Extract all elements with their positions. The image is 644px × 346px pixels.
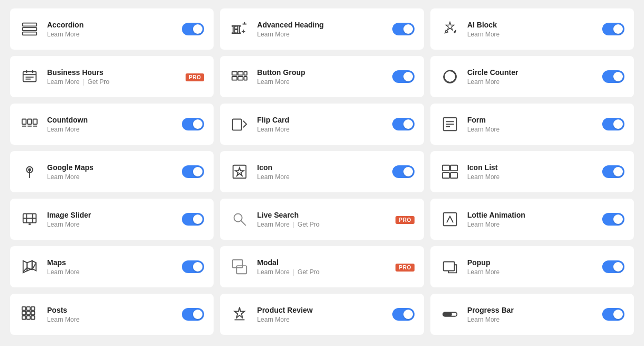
lottie-animation-title: Lottie Animation: [467, 211, 595, 219]
svg-rect-63: [443, 312, 452, 316]
form-learn-more-link[interactable]: Learn More: [467, 126, 500, 133]
google-maps-icon: [20, 162, 40, 182]
advanced-heading-toggle[interactable]: [392, 23, 415, 35]
popup-meta: Learn More: [467, 268, 595, 276]
ai-block-learn-more-link[interactable]: Learn More: [467, 31, 500, 38]
icon-meta: Learn More: [257, 173, 384, 181]
popup-toggle[interactable]: [602, 260, 624, 273]
image-slider-toggle-slider: [182, 213, 204, 226]
countdown-learn-more-link[interactable]: Learn More: [47, 126, 79, 133]
circle-counter-toggle[interactable]: [602, 70, 624, 83]
posts-learn-more-link[interactable]: Learn More: [47, 316, 79, 323]
modal-get-pro-link[interactable]: Get Pro: [298, 268, 319, 276]
svg-rect-21: [27, 119, 32, 124]
form-title: Form: [467, 116, 595, 124]
svg-rect-59: [26, 316, 30, 320]
advanced-heading-icon: H +: [229, 19, 250, 39]
svg-point-32: [29, 169, 31, 171]
circle-counter-toggle-wrap: [602, 70, 624, 83]
maps-learn-more-link[interactable]: Learn More: [47, 268, 79, 276]
google-maps-toggle[interactable]: [182, 165, 204, 178]
card-live-search: Live SearchLearn More|Get ProPRO: [220, 199, 424, 240]
lottie-animation-toggle-wrap: [602, 213, 624, 226]
advanced-heading-title: Advanced Heading: [257, 21, 384, 29]
business-hours-meta: Learn More|Get Pro: [47, 78, 178, 86]
live-search-separator: |: [293, 221, 295, 228]
image-slider-info: Image SliderLearn More: [47, 211, 174, 228]
accordion-meta: Learn More: [47, 31, 174, 38]
icon-list-learn-more-link[interactable]: Learn More: [467, 173, 500, 181]
icon-toggle[interactable]: [392, 165, 415, 178]
ai-block-toggle[interactable]: [602, 23, 624, 35]
live-search-get-pro-link[interactable]: Get Pro: [298, 221, 319, 228]
circle-counter-toggle-slider: [602, 70, 624, 83]
button-group-info: Button GroupLearn More: [257, 68, 384, 86]
progress-bar-title: Progress Bar: [467, 306, 595, 314]
svg-marker-47: [27, 261, 32, 271]
progress-bar-meta: Learn More: [467, 316, 595, 323]
business-hours-info: Business HoursLearn More|Get Pro: [47, 68, 178, 86]
countdown-toggle[interactable]: [182, 118, 204, 130]
ai-block-toggle-wrap: [602, 23, 624, 35]
svg-rect-2: [23, 32, 36, 35]
modal-learn-more-link[interactable]: Learn More: [257, 268, 289, 276]
posts-icon: [20, 304, 40, 324]
business-hours-get-pro-link[interactable]: Get Pro: [88, 78, 109, 86]
lottie-animation-learn-more-link[interactable]: Learn More: [467, 221, 500, 228]
lottie-animation-meta: Learn More: [467, 221, 595, 228]
svg-rect-60: [31, 316, 35, 320]
product-review-title: Product Review: [257, 306, 384, 314]
modal-meta: Learn More|Get Pro: [257, 268, 388, 276]
lottie-animation-toggle-slider: [602, 213, 624, 226]
live-search-learn-more-link[interactable]: Learn More: [257, 221, 289, 228]
icon-list-toggle[interactable]: [602, 165, 624, 178]
product-review-learn-more-link[interactable]: Learn More: [257, 316, 289, 323]
flip-card-learn-more-link[interactable]: Learn More: [257, 126, 289, 133]
icon-list-icon: [440, 162, 460, 182]
google-maps-learn-more-link[interactable]: Learn More: [47, 173, 79, 181]
lottie-animation-toggle[interactable]: [602, 213, 624, 226]
flip-card-toggle[interactable]: [392, 118, 415, 130]
svg-rect-45: [443, 213, 456, 226]
svg-rect-51: [443, 262, 454, 271]
accordion-toggle[interactable]: [182, 23, 204, 35]
progress-bar-toggle[interactable]: [602, 308, 624, 321]
svg-rect-49: [233, 260, 243, 268]
popup-learn-more-link[interactable]: Learn More: [467, 268, 500, 276]
progress-bar-toggle-slider: [602, 308, 624, 321]
button-group-learn-more-link[interactable]: Learn More: [257, 78, 289, 86]
business-hours-learn-more-link[interactable]: Learn More: [47, 78, 79, 86]
ai-block-title: AI Block: [467, 21, 595, 29]
maps-toggle[interactable]: [182, 260, 204, 273]
countdown-toggle-slider: [182, 118, 204, 130]
card-posts: PostsLearn More: [10, 294, 214, 335]
google-maps-toggle-wrap: [182, 165, 204, 178]
modal-info: ModalLearn More|Get Pro: [257, 258, 388, 276]
icon-icon: [229, 162, 250, 182]
card-business-hours: Business HoursLearn More|Get ProPRO: [10, 56, 214, 97]
accordion-learn-more-link[interactable]: Learn More: [47, 31, 79, 38]
ai-block-info: AI BlockLearn More: [467, 21, 595, 38]
image-slider-learn-more-link[interactable]: Learn More: [47, 221, 79, 228]
accordion-info: AccordionLearn More: [47, 21, 174, 38]
progress-bar-learn-more-link[interactable]: Learn More: [467, 316, 500, 323]
lottie-animation-icon: [440, 209, 460, 229]
svg-rect-58: [22, 316, 26, 320]
popup-toggle-wrap: [602, 260, 624, 273]
image-slider-icon: [20, 209, 40, 229]
card-image-slider: Image SliderLearn More: [10, 199, 214, 240]
google-maps-toggle-slider: [182, 165, 204, 178]
circle-counter-learn-more-link[interactable]: Learn More: [467, 78, 500, 86]
posts-toggle[interactable]: [182, 308, 204, 321]
svg-text:+: +: [242, 27, 245, 35]
button-group-toggle[interactable]: [392, 70, 415, 83]
icon-learn-more-link[interactable]: Learn More: [257, 173, 289, 181]
widget-grid: AccordionLearn More H + Advanced Heading…: [10, 8, 634, 335]
product-review-toggle[interactable]: [392, 308, 415, 321]
business-hours-pro-badge: PRO: [186, 73, 204, 81]
posts-info: PostsLearn More: [47, 306, 174, 323]
form-toggle[interactable]: [602, 118, 624, 130]
svg-rect-34: [442, 165, 449, 171]
advanced-heading-learn-more-link[interactable]: Learn More: [257, 31, 289, 38]
image-slider-toggle[interactable]: [182, 213, 204, 226]
